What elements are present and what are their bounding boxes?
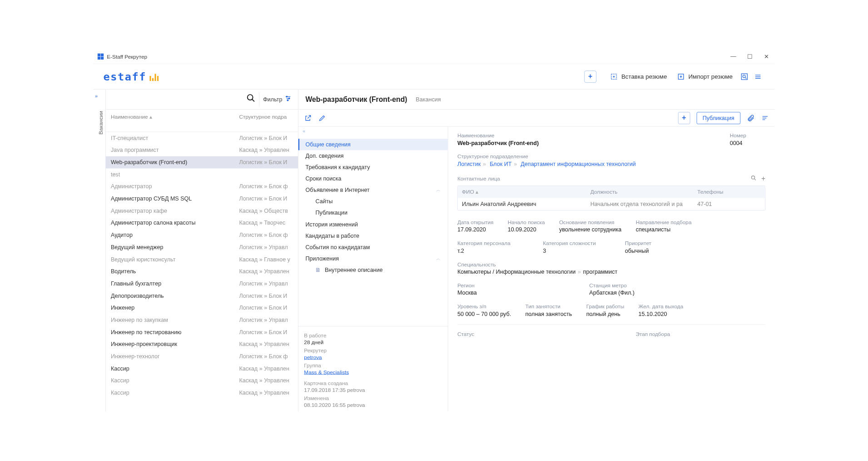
edit-icon[interactable]	[318, 114, 326, 122]
vacancy-row[interactable]: Администратор СУБД MS SQLЛогистик » Блок…	[106, 193, 298, 205]
menu-icon	[754, 73, 762, 80]
open-external-icon[interactable]	[304, 114, 312, 122]
insert-resume-button[interactable]: Вставка резюме	[605, 70, 672, 83]
detail-info-pane: Наименование Web-разработчик (Front-end)…	[448, 127, 775, 411]
vacancy-row[interactable]: Администратор кафеКаскад » Обществ	[106, 205, 298, 217]
contact-row[interactable]: Ильин Анатолий Андреевич Начальник отдел…	[458, 198, 765, 210]
vacancy-row[interactable]: ВодительКаскад » Управлен	[106, 266, 298, 278]
filter-icon	[284, 95, 292, 104]
group-link[interactable]: Mass & Specialists	[304, 369, 442, 375]
vacancy-row[interactable]: ИнженерЛогистик » Блок И	[106, 302, 298, 314]
detail-add-button[interactable]: +	[678, 112, 690, 124]
minimize-button[interactable]: ―	[729, 53, 738, 60]
vacancy-name: Web-разработчик (Front-end)	[457, 140, 715, 146]
filter-label: Фильтр	[263, 96, 282, 102]
search-advanced-icon	[740, 73, 748, 80]
import-resume-label: Импорт резюме	[688, 73, 732, 80]
vacancy-row[interactable]: Главный бухгалтерЛогистик » Управл	[106, 278, 298, 290]
nav-item[interactable]: Сроки поиска	[298, 173, 448, 185]
vacancy-row[interactable]: КассирКаскад » Управлен	[106, 375, 298, 387]
ct-col-fio[interactable]: ФИО ▴	[462, 189, 590, 195]
svg-point-3	[743, 75, 745, 78]
nav-item[interactable]: Публикации	[298, 207, 448, 219]
svg-point-11	[287, 100, 288, 101]
list-body: IT-специалистЛогистик » Блок ИJava прогр…	[106, 132, 298, 411]
ct-col-tel[interactable]: Телефоны	[697, 189, 761, 195]
col-dept[interactable]: Структурное подра	[239, 114, 293, 120]
document-icon: 🗎	[315, 267, 321, 273]
dept-breadcrumb: Логистик» Блок ИТ» Департамент информаци…	[457, 161, 765, 167]
chevron-up-icon: ︿	[436, 256, 441, 262]
nav-item[interactable]: События по кандидатам	[298, 241, 448, 253]
vacancy-row[interactable]: Ведущий юристконсультКаскад » Главное у	[106, 253, 298, 266]
nav-item[interactable]: Общие сведения	[298, 139, 448, 150]
nav-item[interactable]: Требования к кандидату	[298, 161, 448, 173]
advanced-search-button[interactable]	[738, 70, 751, 83]
detail-title: Web-разработчик (Front-end)	[306, 95, 407, 103]
lines-icon[interactable]	[761, 114, 769, 122]
list-header: Наименование ▴ Структурное подра	[106, 110, 298, 132]
publish-button[interactable]: Публикация	[696, 112, 740, 124]
nav-item[interactable]: Приложения︿	[298, 253, 448, 264]
nav-item[interactable]: Сайты	[298, 196, 448, 207]
contacts-search-icon[interactable]	[750, 175, 757, 182]
recruiter-link[interactable]: petrova	[304, 354, 442, 360]
insert-resume-label: Вставка резюме	[621, 73, 667, 80]
search-icon[interactable]	[246, 94, 255, 105]
logo-bars-icon	[150, 72, 159, 81]
sidebar-tab-label: Вакансии	[98, 111, 104, 135]
vacancy-list-pane: Фильтр Наименование ▴ Структурное подра …	[106, 90, 298, 411]
search-input[interactable]	[111, 96, 246, 102]
vacancy-row[interactable]: Инженер по закупкамЛогистик » Управл	[106, 314, 298, 326]
nav-item[interactable]: История изменений	[298, 219, 448, 230]
detail-toolbar: + Публикация	[298, 110, 775, 127]
filter-button[interactable]: Фильтр	[259, 92, 295, 107]
contacts-table: ФИО ▴ Должность Телефоны Ильин Анатолий …	[457, 185, 765, 210]
vacancy-row[interactable]: Ведущий менеджерЛогистик » Управл	[106, 241, 298, 254]
vacancy-row[interactable]: Инженер-технологЛогистик » Блок ф	[106, 351, 298, 363]
col-name[interactable]: Наименование ▴	[111, 114, 239, 120]
svg-point-8	[248, 95, 253, 100]
nav-item[interactable]: 🗎Внутреннее описание	[298, 265, 448, 276]
vacancy-row[interactable]: АдминистраторЛогистик » Блок ф	[106, 180, 298, 193]
nav-item[interactable]: Кандидаты в работе	[298, 230, 448, 241]
chevron-up-icon: ︿	[436, 187, 441, 193]
svg-rect-2	[741, 74, 747, 80]
vacancy-row[interactable]: Java программистКаскад » Управлен	[106, 144, 298, 156]
vacancy-row[interactable]: КассирКаскад » Управлен	[106, 387, 298, 399]
add-button[interactable]: +	[584, 70, 596, 83]
ct-col-pos[interactable]: Должность	[590, 189, 698, 195]
vacancy-row[interactable]: Инженер-проектировщикКаскад » Управлен	[106, 338, 298, 351]
vacancy-row[interactable]: IT-специалистЛогистик » Блок И	[106, 132, 298, 144]
detail-header: Web-разработчик (Front-end) Вакансия	[298, 90, 775, 110]
menu-button[interactable]	[751, 70, 765, 83]
nav-meta: В работе 28 дней Рекрутер petrova Группа…	[298, 326, 448, 411]
expand-sidebar-icon: »	[95, 93, 98, 99]
app-icon	[98, 53, 104, 60]
window-titlebar: E-Staff Рекрутер ― ☐ ✕	[93, 50, 774, 64]
vacancy-row[interactable]: Администратор салона красотыКаскад » Тво…	[106, 217, 298, 229]
import-resume-icon	[677, 73, 684, 80]
maximize-button[interactable]: ☐	[745, 53, 754, 60]
window-title: E-Staff Рекрутер	[107, 54, 147, 60]
nav-item[interactable]: Объявление в Интернет︿	[298, 185, 448, 196]
vacancy-number: 0004	[730, 140, 766, 146]
vacancy-row[interactable]: ДелопроизводительЛогистик » Блок И	[106, 290, 298, 302]
topbar: estaff + Вставка резюме Импорт резюме	[93, 64, 774, 90]
attachment-icon[interactable]	[747, 114, 754, 122]
vacancy-row[interactable]: Web-разработчик (Front-end)Логистик » Бл…	[106, 156, 298, 169]
logo-text: estaff	[103, 70, 146, 83]
vacancy-row[interactable]: АудиторЛогистик » Блок ф	[106, 229, 298, 241]
vacancy-row[interactable]: test	[106, 168, 298, 180]
insert-resume-icon	[610, 73, 618, 80]
close-button[interactable]: ✕	[762, 53, 770, 60]
sidebar-collapsed[interactable]: » Вакансии	[93, 90, 105, 411]
vacancy-row[interactable]: КассирКаскад » Управлен	[106, 362, 298, 375]
import-resume-button[interactable]: Импорт резюме	[672, 70, 738, 83]
contacts-add-icon[interactable]: +	[761, 175, 765, 183]
nav-item[interactable]: Доп. сведения	[298, 150, 448, 161]
svg-point-9	[286, 96, 288, 97]
nav-tree: Общие сведенияДоп. сведенияТребования к …	[298, 137, 448, 326]
vacancy-row[interactable]: Инженер по тестированиюЛогистик » Блок И	[106, 326, 298, 338]
collapse-nav-icon[interactable]: «	[298, 127, 448, 138]
